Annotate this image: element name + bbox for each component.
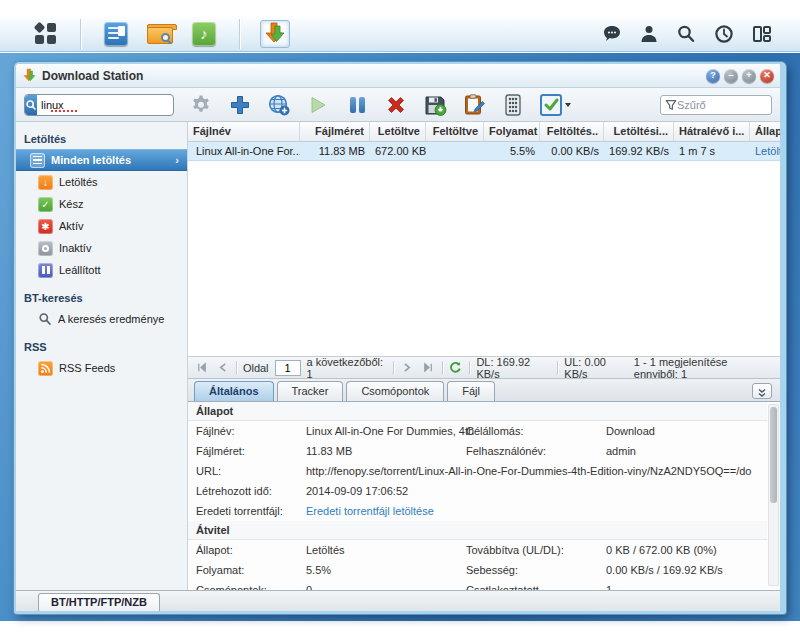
previous-page-button[interactable] xyxy=(215,360,230,376)
tab-peers[interactable]: Csomópontok xyxy=(346,381,444,401)
search-icon[interactable] xyxy=(25,95,37,115)
column-header-time-left[interactable]: Hátralévő i... xyxy=(674,122,750,141)
collapse-panel-button[interactable] xyxy=(752,383,772,399)
sidebar-item-search-results[interactable]: A keresés eredménye xyxy=(16,308,187,330)
detail-connected-peers: 1 xyxy=(606,580,767,590)
refresh-icon[interactable] xyxy=(449,360,464,376)
taskbar-separator xyxy=(80,19,81,49)
screen: ♪ Download Station xyxy=(0,0,800,640)
download-station-icon[interactable] xyxy=(260,20,290,48)
sidebar-item-inactive[interactable]: Inaktív xyxy=(16,237,187,259)
detail-transferred: 0 KB / 672.00 KB (0%) xyxy=(606,540,767,560)
tab-file[interactable]: Fájl xyxy=(447,381,495,401)
file-station-icon[interactable] xyxy=(145,20,175,48)
pagination-bar: Oldal a következőből: 1 DL: 169.92 KB/s … xyxy=(188,356,780,378)
maximize-button[interactable]: + xyxy=(742,69,756,83)
sidebar-item-downloading[interactable]: ↓ Letöltés xyxy=(16,171,187,193)
downloading-icon: ↓ xyxy=(38,175,53,190)
help-button[interactable]: ? xyxy=(706,69,720,83)
detail-progress: 5.5% xyxy=(306,560,466,580)
page-of-label: a következőből: 1 xyxy=(307,356,387,380)
detail-status: Letöltés xyxy=(306,540,466,560)
audio-station-icon[interactable]: ♪ xyxy=(189,20,219,48)
close-button[interactable]: ✕ xyxy=(760,69,774,83)
inactive-icon xyxy=(38,241,53,256)
first-page-button[interactable] xyxy=(194,360,209,376)
save-button[interactable] xyxy=(422,92,448,118)
sidebar: Letöltés Minden letöltés › ↓ Letöltés ✓ … xyxy=(16,122,188,590)
detail-row: Csomópontok: 0 Csatlakoztatott csomópont… xyxy=(188,580,767,590)
window-titlebar[interactable]: Download Station ? – + ✕ xyxy=(16,64,780,88)
display-summary: 1 - 1 megjelenítése ennyiből: 1 xyxy=(634,356,774,380)
user-icon[interactable] xyxy=(640,24,658,44)
stopped-icon xyxy=(38,263,53,278)
sidebar-section-bt-search: BT-keresés xyxy=(16,287,187,308)
column-header-uploaded[interactable]: Feltöltve xyxy=(426,122,484,141)
main-menu-icon[interactable] xyxy=(30,20,60,48)
resume-button[interactable] xyxy=(305,92,331,118)
sidebar-item-all-downloads[interactable]: Minden letöltés › xyxy=(16,149,187,171)
download-list-column: Fájlnév Fájlméret Letöltve Feltöltve Fol… xyxy=(188,122,780,590)
details-tab-bar: Általános Tracker Csomópontok Fájl xyxy=(188,378,780,402)
minimize-button[interactable]: – xyxy=(724,69,738,83)
taskbar-separator xyxy=(239,19,240,49)
window-bottom-bar: BT/HTTP/FTP/NZB xyxy=(16,590,780,611)
chevron-right-icon: › xyxy=(175,154,179,166)
task-upload-speed: 0.00 KB/s xyxy=(540,145,604,157)
detail-filesize: 11.83 MB xyxy=(306,441,466,461)
select-mode-button[interactable] xyxy=(539,92,573,118)
widgets-icon[interactable] xyxy=(752,24,772,44)
details-scrollbar[interactable] xyxy=(768,404,779,586)
task-name: Linux All-in-One For... xyxy=(196,145,300,157)
edit-button[interactable] xyxy=(461,92,487,118)
tab-tracker[interactable]: Tracker xyxy=(277,381,344,401)
notifications-icon[interactable] xyxy=(602,24,622,44)
all-downloads-icon xyxy=(30,153,45,168)
settings-button[interactable] xyxy=(188,92,214,118)
column-header-upload-speed[interactable]: Feltöltés.. xyxy=(540,122,604,141)
main-area: Letöltés Minden letöltés › ↓ Letöltés ✓ … xyxy=(16,122,780,590)
add-button[interactable] xyxy=(227,92,253,118)
window-title: Download Station xyxy=(42,69,143,83)
page-input[interactable] xyxy=(275,360,301,376)
window-controls: ? – + ✕ xyxy=(706,69,774,83)
download-original-torrent-link[interactable]: Eredeti torrentfájl letöltése xyxy=(306,501,767,521)
filter-input[interactable] xyxy=(677,99,757,111)
table-body: Linux All-in-One For... 11.83 MB 672.00 … xyxy=(188,142,780,356)
task-size: 11.83 MB xyxy=(300,145,370,157)
ul-speed: UL: 0.00 KB/s xyxy=(564,356,628,380)
section-title-transfer: Átvitel xyxy=(188,521,767,540)
task-download-speed: 169.92 KB/s xyxy=(604,145,674,157)
search-icon[interactable] xyxy=(676,24,696,44)
column-header-status[interactable]: Állap xyxy=(750,122,780,141)
task-status: Letöltés xyxy=(750,145,780,157)
system-status-icon[interactable] xyxy=(714,24,734,44)
sidebar-item-completed[interactable]: ✓ Kész xyxy=(16,193,187,215)
sidebar-item-stopped[interactable]: Leállított xyxy=(16,259,187,281)
tab-general[interactable]: Általános xyxy=(194,381,274,401)
detail-row: Fájlnév: Linux All-in-One For Dummies, 4… xyxy=(188,421,767,441)
pause-button[interactable] xyxy=(344,92,370,118)
delete-button[interactable] xyxy=(383,92,409,118)
column-header-download-speed[interactable]: Letöltési... xyxy=(604,122,674,141)
file-browser-icon[interactable] xyxy=(101,20,131,48)
shredder-button[interactable] xyxy=(500,92,526,118)
download-station-title-icon xyxy=(22,68,37,84)
sidebar-item-rss-feeds[interactable]: RSS Feeds xyxy=(16,357,187,379)
sidebar-item-active[interactable]: ✱ Aktív xyxy=(16,215,187,237)
last-page-button[interactable] xyxy=(421,360,436,376)
add-url-button[interactable] xyxy=(266,92,292,118)
column-header-filesize[interactable]: Fájlméret xyxy=(300,122,370,141)
bt-http-ftp-nzb-tab[interactable]: BT/HTTP/FTP/NZB xyxy=(38,593,160,611)
next-page-button[interactable] xyxy=(400,360,415,376)
rss-icon xyxy=(38,361,53,376)
column-header-downloaded[interactable]: Letöltve xyxy=(370,122,426,141)
detail-row: Folyamat: 5.5% Sebesség: 0.00 KB/s / 169… xyxy=(188,560,767,580)
scrollbar-thumb[interactable] xyxy=(770,407,777,503)
column-header-filename[interactable]: Fájlnév xyxy=(188,122,300,141)
table-row[interactable]: Linux All-in-One For... 11.83 MB 672.00 … xyxy=(188,142,780,161)
column-header-progress[interactable]: Folyamat xyxy=(484,122,540,141)
detail-row: Állapot: Letöltés Továbbítva (UL/DL): 0 … xyxy=(188,540,767,560)
active-icon: ✱ xyxy=(38,219,53,234)
main-menu-grid xyxy=(35,23,56,44)
